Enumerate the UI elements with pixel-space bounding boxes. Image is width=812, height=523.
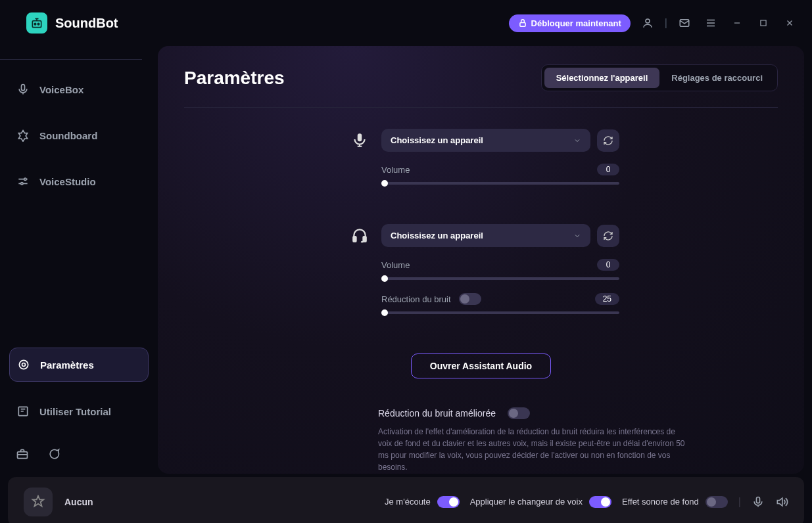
svg-point-1 — [34, 23, 36, 25]
select-placeholder: Choissisez un appareil — [391, 135, 483, 145]
microphone-icon — [348, 129, 371, 148]
listen-toggle[interactable] — [437, 496, 460, 508]
chevron-down-icon — [573, 232, 581, 240]
user-icon[interactable] — [638, 17, 657, 29]
chevron-down-icon — [573, 137, 581, 145]
svg-rect-14 — [358, 133, 362, 141]
mic-footer-icon[interactable] — [752, 495, 765, 509]
output-volume-slider[interactable] — [381, 277, 619, 280]
input-volume-label: Volume — [381, 165, 410, 175]
svg-point-11 — [22, 363, 26, 367]
input-volume-value: 0 — [597, 164, 619, 175]
chat-icon[interactable] — [47, 447, 60, 461]
svg-point-2 — [37, 23, 39, 25]
logo-icon — [26, 12, 47, 34]
svg-rect-6 — [761, 20, 766, 26]
enhanced-noise-toggle[interactable] — [508, 407, 530, 419]
noise-toggle[interactable] — [459, 293, 481, 305]
select-placeholder: Choissisez un appareil — [391, 231, 483, 240]
tab-group: Sélectionnez l'appareil Réglages de racc… — [541, 64, 778, 91]
divider: | — [665, 17, 667, 29]
close-icon[interactable] — [780, 18, 799, 28]
svg-point-9 — [21, 183, 23, 185]
page-title: Paramètres — [184, 68, 285, 89]
sidebar-item-voicestudio[interactable]: VoiceStudio — [9, 165, 149, 198]
output-volume-label: Volume — [381, 260, 410, 270]
speaker-footer-icon[interactable] — [775, 495, 788, 509]
noise-label: Réduction du bruit — [381, 294, 451, 304]
svg-rect-7 — [22, 85, 25, 91]
tab-shortcuts[interactable]: Réglages de raccourci — [659, 68, 775, 88]
output-volume-value: 0 — [597, 259, 619, 271]
divider: | — [738, 496, 741, 508]
sidebar-item-label: Utiliser Tutorial — [39, 406, 111, 417]
svg-rect-13 — [18, 452, 28, 459]
toolbox-icon[interactable] — [16, 447, 29, 461]
svg-point-8 — [24, 178, 26, 180]
app-logo: SoundBot — [26, 12, 118, 34]
sidebar-item-soundboard[interactable]: Soundboard — [9, 119, 149, 152]
sidebar-item-label: VoiceBox — [39, 84, 84, 95]
audio-assistant-button[interactable]: Ouvrer Assistant Audio — [411, 353, 551, 378]
svg-rect-15 — [353, 237, 356, 242]
svg-rect-3 — [520, 22, 525, 26]
apply-changer-toggle[interactable] — [589, 496, 611, 508]
sidebar-item-label: VoiceStudio — [39, 176, 96, 187]
sidebar-item-tutorial[interactable]: Utiliser Tutorial — [9, 395, 149, 428]
sidebar-item-label: Soundboard — [39, 130, 97, 141]
unlock-label: Débloquer maintenant — [531, 18, 621, 28]
status-icon — [24, 488, 53, 516]
svg-point-4 — [646, 19, 650, 23]
noise-slider[interactable] — [381, 311, 619, 314]
sidebar-item-label: Paramètres — [40, 359, 94, 371]
sidebar-item-voicebox[interactable]: VoiceBox — [9, 73, 149, 106]
lock-icon — [518, 18, 527, 28]
mail-icon[interactable] — [675, 17, 694, 29]
tab-device[interactable]: Sélectionnez l'appareil — [544, 68, 660, 88]
bg-effect-label: Effet sonore de fond — [622, 497, 699, 507]
svg-rect-17 — [757, 497, 760, 503]
sidebar-item-settings[interactable]: Paramètres — [9, 348, 149, 382]
mic-icon — [16, 82, 30, 97]
apply-changer-label: Appliquer le changeur de voix — [470, 497, 583, 507]
input-volume-slider[interactable] — [381, 182, 619, 185]
output-device-select[interactable]: Choissisez un appareil — [381, 224, 590, 247]
svg-point-10 — [19, 360, 28, 369]
enhanced-noise-title: Réduction du bruit améliorée — [378, 408, 496, 419]
bg-effect-toggle[interactable] — [705, 496, 728, 508]
app-name: SoundBot — [55, 16, 118, 31]
listen-label: Je m'écoute — [385, 497, 431, 507]
soundboard-icon — [16, 128, 30, 143]
menu-icon[interactable] — [702, 17, 720, 29]
maximize-icon[interactable] — [754, 18, 773, 28]
unlock-button[interactable]: Débloquer maintenant — [509, 14, 631, 32]
target-icon — [16, 357, 31, 372]
sliders-icon — [16, 174, 30, 189]
book-icon — [16, 404, 30, 419]
input-device-select[interactable]: Choissisez un appareil — [381, 129, 590, 152]
headphones-icon — [348, 224, 371, 244]
status-label: Aucun — [64, 497, 93, 507]
refresh-output-button[interactable] — [597, 225, 619, 247]
enhanced-noise-desc: Activation de l'effet d'amélioration de … — [378, 426, 687, 473]
svg-rect-0 — [32, 21, 41, 28]
noise-value: 25 — [595, 293, 619, 305]
svg-rect-16 — [363, 237, 366, 242]
minimize-icon[interactable] — [728, 18, 746, 28]
refresh-input-button[interactable] — [597, 129, 619, 152]
